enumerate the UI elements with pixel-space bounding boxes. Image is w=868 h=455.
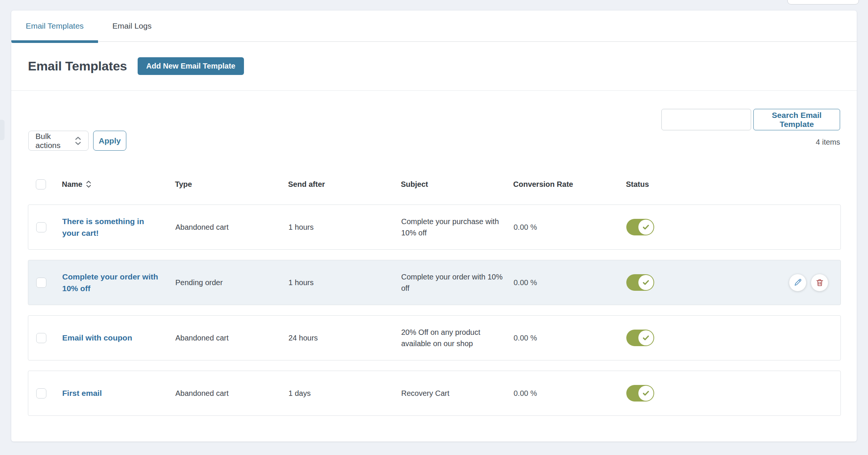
status-toggle[interactable] <box>626 330 654 346</box>
template-subject: 20% Off on any product available on our … <box>401 316 509 360</box>
trash-icon <box>815 278 824 287</box>
template-conversion-rate: 0.00 % <box>514 316 537 360</box>
template-type: Abandoned cart <box>175 205 229 249</box>
title-row: Email Templates Add New Email Template <box>28 42 244 90</box>
header-divider <box>11 90 857 91</box>
template-send-after: 24 hours <box>288 316 318 360</box>
tab-email-templates[interactable]: Email Templates <box>11 11 98 41</box>
template-name-link[interactable]: There is something in your cart! <box>62 215 162 239</box>
page-title: Email Templates <box>28 59 127 73</box>
template-name-link[interactable]: First email <box>62 387 102 399</box>
chevron-up-down-icon <box>74 136 82 146</box>
template-conversion-rate: 0.00 % <box>514 371 537 415</box>
column-header-type: Type <box>175 177 192 192</box>
template-name-link[interactable]: Complete your order with 10% off <box>62 271 162 295</box>
template-name-link[interactable]: Email with coupon <box>62 332 132 344</box>
table-rows: There is something in your cart! Abandon… <box>28 205 841 426</box>
sort-icon[interactable] <box>86 180 92 188</box>
template-send-after: 1 hours <box>288 205 314 249</box>
check-icon <box>642 278 650 287</box>
toggle-knob <box>638 275 653 290</box>
row-actions <box>789 260 828 305</box>
table-row: First email Abandoned cart 1 days Recove… <box>28 371 841 416</box>
main-panel: Email Templates Email Logs Email Templat… <box>11 11 857 441</box>
delete-button[interactable] <box>811 274 828 291</box>
bulk-actions-select[interactable]: Bulk actions <box>28 131 89 151</box>
items-count: 4 items <box>753 138 840 147</box>
status-toggle[interactable] <box>626 274 654 291</box>
template-subject: Complete your order with 10% off <box>401 260 509 305</box>
toggle-knob <box>638 330 653 345</box>
row-checkbox[interactable] <box>36 222 46 232</box>
edit-button[interactable] <box>789 274 806 291</box>
column-header-conversion-rate: Conversion Rate <box>513 177 573 192</box>
template-conversion-rate: 0.00 % <box>514 260 537 305</box>
column-header-status: Status <box>626 177 649 192</box>
cutoff-top-right-box <box>787 0 859 5</box>
row-checkbox[interactable] <box>36 333 46 343</box>
template-type: Abandoned cart <box>175 316 229 360</box>
pencil-icon <box>793 278 802 287</box>
template-type: Pending order <box>175 260 223 305</box>
template-subject: Complete your purchase with 10% off <box>401 205 509 249</box>
table-row: Email with coupon Abandoned cart 24 hour… <box>28 315 841 360</box>
template-subject: Recovery Cart <box>401 371 509 415</box>
column-header-name[interactable]: Name <box>62 177 92 192</box>
toggle-knob <box>638 386 653 401</box>
add-new-email-template-button[interactable]: Add New Email Template <box>138 57 244 75</box>
collapsed-edge-tab[interactable] <box>0 120 5 140</box>
column-header-send-after: Send after <box>288 177 325 192</box>
apply-button[interactable]: Apply <box>93 131 126 151</box>
toggle-knob <box>638 220 653 235</box>
template-send-after: 1 hours <box>288 260 314 305</box>
search-input[interactable] <box>661 109 751 130</box>
row-checkbox[interactable] <box>36 388 46 399</box>
tab-email-logs-label: Email Logs <box>112 21 152 31</box>
table-header: Name Type Send after Subject Conversion … <box>28 177 841 192</box>
bulk-actions-label: Bulk actions <box>35 132 74 150</box>
search-email-template-button[interactable]: Search Email Template <box>753 109 840 130</box>
check-icon <box>642 334 650 342</box>
template-conversion-rate: 0.00 % <box>514 205 537 249</box>
template-type: Abandoned cart <box>175 371 229 415</box>
check-icon <box>642 389 650 397</box>
row-checkbox[interactable] <box>36 278 46 288</box>
table-row: There is something in your cart! Abandon… <box>28 205 841 250</box>
tab-email-logs[interactable]: Email Logs <box>98 11 166 41</box>
tab-email-templates-label: Email Templates <box>26 21 84 31</box>
column-header-subject: Subject <box>401 177 428 192</box>
table-row: Complete your order with 10% off Pending… <box>28 260 841 305</box>
tab-bar: Email Templates Email Logs <box>11 11 857 42</box>
status-toggle[interactable] <box>626 385 654 402</box>
template-send-after: 1 days <box>288 371 311 415</box>
check-icon <box>642 223 650 231</box>
select-all-checkbox[interactable] <box>36 179 46 189</box>
status-toggle[interactable] <box>626 219 654 235</box>
